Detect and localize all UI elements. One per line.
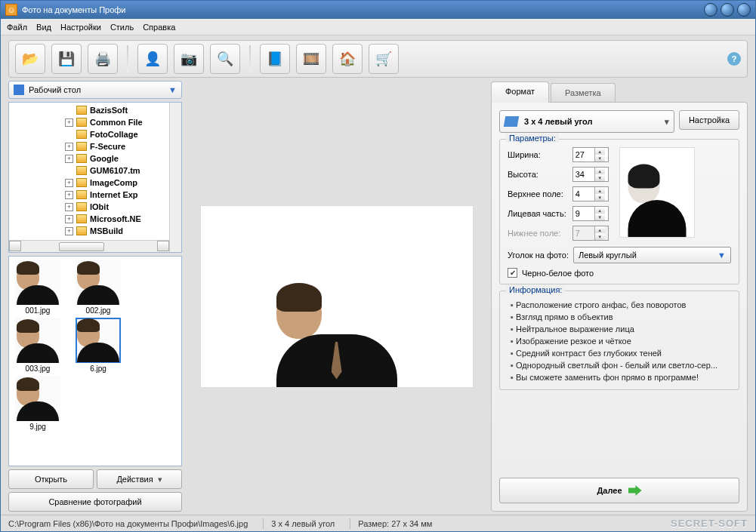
photo-preview	[201, 206, 473, 387]
width-spinner[interactable]: ▲▼	[572, 147, 609, 162]
tab-format[interactable]: Формат	[491, 81, 549, 103]
tree-scrollbar-vertical[interactable]	[169, 103, 181, 252]
save-button[interactable]: 💾	[51, 44, 82, 74]
parameters-group: Параметры: Ширина: ▲▼ Высота: ▲▼ Верхнее…	[499, 139, 739, 284]
menu-settings[interactable]: Настройки	[60, 23, 101, 32]
height-spinner[interactable]: ▲▼	[572, 167, 609, 182]
maximize-button[interactable]	[721, 3, 734, 17]
settings-button[interactable]: Настройка	[679, 110, 739, 130]
folder-icon	[76, 202, 87, 211]
preview-person	[276, 286, 397, 387]
bw-checkbox[interactable]: ✔	[508, 268, 517, 278]
tab-markup[interactable]: Разметка	[551, 83, 616, 102]
info-list: Расположение строго анфас, без поворотов…	[508, 299, 731, 383]
tree-scrollbar-horizontal[interactable]	[9, 240, 169, 252]
thumb-person	[77, 264, 119, 305]
folder-icon	[76, 118, 87, 127]
tree-item-label: BazisSoft	[90, 106, 128, 115]
statusbar: C:\Program Files (x86)\Фото на документы…	[1, 515, 755, 531]
sample-photo	[619, 147, 695, 238]
tree-item[interactable]: +GUM6107.tm	[12, 165, 180, 177]
toolbar-separator	[249, 45, 251, 72]
info-item: Средний контраст без глубоких теней	[511, 347, 731, 359]
menu-style[interactable]: Стиль	[110, 23, 134, 32]
titlebar: ☺ Фото на документы Профи	[1, 1, 755, 19]
zoom-button[interactable]: 🔍	[210, 44, 240, 74]
face-part-spinner[interactable]: ▲▼	[572, 206, 609, 221]
tree-item[interactable]: +Google	[12, 152, 180, 165]
tree-item[interactable]: +IObit	[12, 201, 180, 213]
menu-view[interactable]: Вид	[36, 23, 51, 32]
scroll-left-button[interactable]	[9, 241, 21, 251]
menu-help[interactable]: Справка	[143, 23, 175, 32]
tab-format-label: Формат	[505, 87, 535, 96]
thumbnail[interactable]: 9.jpg	[12, 376, 63, 431]
tree-toggle[interactable]: +	[65, 227, 73, 235]
toolbar-help-hint[interactable]: ?	[727, 52, 741, 66]
tree-item-label: Google	[90, 154, 119, 163]
info-item: Однородный светлый фон - белый или светл…	[511, 359, 731, 371]
home-button[interactable]: 🏠	[332, 44, 363, 74]
tree-toggle[interactable]: +	[65, 215, 73, 223]
face-part-input[interactable]	[573, 209, 594, 218]
bw-checkbox-row[interactable]: ✔ Черно-белое фото	[508, 268, 731, 278]
camera-button[interactable]: 📷	[174, 44, 204, 74]
information-legend: Информация:	[506, 285, 565, 294]
status-brand: SECRET-SOFT	[671, 518, 748, 529]
tree-item[interactable]: +FotoCollage	[12, 128, 180, 140]
app-icon: ☺	[5, 4, 17, 16]
close-button[interactable]	[737, 3, 751, 17]
thumb-person	[17, 380, 59, 421]
preview-column	[190, 81, 483, 512]
scroll-thumb[interactable]	[59, 242, 104, 251]
tree-toggle[interactable]: +	[65, 191, 73, 199]
book-icon: 📘	[264, 48, 285, 69]
tree-item[interactable]: +MSBuild	[12, 225, 180, 237]
format-preset-select[interactable]: 3 x 4 левый угол ▾	[499, 110, 674, 133]
width-input[interactable]	[573, 150, 594, 159]
minimize-button[interactable]	[704, 3, 717, 17]
thumbnail[interactable]: 6.jpg	[73, 318, 124, 373]
tree-item[interactable]: +BazisSoft	[12, 104, 180, 116]
tree-item[interactable]: +Internet Exp	[12, 189, 180, 201]
tree-item[interactable]: +ImageComp	[12, 177, 180, 189]
tree-item[interactable]: +Common File	[12, 116, 180, 128]
scroll-right-button[interactable]	[157, 241, 169, 251]
top-margin-input[interactable]	[573, 189, 594, 198]
thumbnail[interactable]: 001.jpg	[12, 260, 63, 315]
corner-select[interactable]: Левый круглый ▼	[573, 247, 731, 263]
tree-toggle[interactable]: +	[65, 179, 73, 187]
next-button[interactable]: Далее	[499, 478, 739, 503]
print-button[interactable]: 🖨️	[88, 44, 118, 74]
tree-toggle[interactable]: +	[65, 118, 73, 127]
thumbnail[interactable]: 003.jpg	[12, 318, 63, 373]
actions-button[interactable]: Действия▾	[97, 469, 182, 489]
tree-toggle[interactable]: +	[65, 143, 73, 151]
thumbnail[interactable]: 002.jpg	[73, 260, 124, 315]
parameters-legend: Параметры:	[506, 134, 559, 143]
tree-item-label: Common File	[90, 118, 143, 127]
video-button[interactable]: 🎞️	[296, 44, 326, 74]
tree-toggle[interactable]: +	[65, 155, 73, 163]
tree-item-label: Microsoft.NE	[90, 214, 141, 223]
person-search-icon: 👤	[142, 48, 163, 69]
right-column: Формат Разметка 3 x 4 левый угол ▾ Настр…	[491, 81, 748, 512]
folder-icon	[76, 226, 87, 235]
magnifier-icon: 🔍	[214, 48, 236, 69]
person-tool-button[interactable]: 👤	[137, 44, 168, 74]
cart-button[interactable]: 🛒	[369, 44, 399, 74]
tree-item[interactable]: +Microsoft.NE	[12, 213, 180, 225]
thumbnail-label: 001.jpg	[26, 306, 51, 315]
top-margin-spinner[interactable]: ▲▼	[572, 186, 609, 201]
open-file-button[interactable]: 📂	[15, 44, 45, 74]
height-input[interactable]	[573, 170, 594, 179]
open-button[interactable]: Открыть	[8, 469, 94, 489]
folder-picker[interactable]: Рабочий стол ▼	[8, 81, 182, 99]
folder-icon	[76, 154, 87, 163]
tree-item[interactable]: +F-Secure	[12, 140, 180, 152]
tree-toggle[interactable]: +	[65, 203, 73, 211]
compare-button[interactable]: Сравнение фотографий	[8, 492, 182, 512]
help-book-button[interactable]: 📘	[260, 44, 290, 74]
printer-icon: 🖨️	[92, 48, 113, 69]
menu-file[interactable]: Файл	[7, 23, 27, 32]
